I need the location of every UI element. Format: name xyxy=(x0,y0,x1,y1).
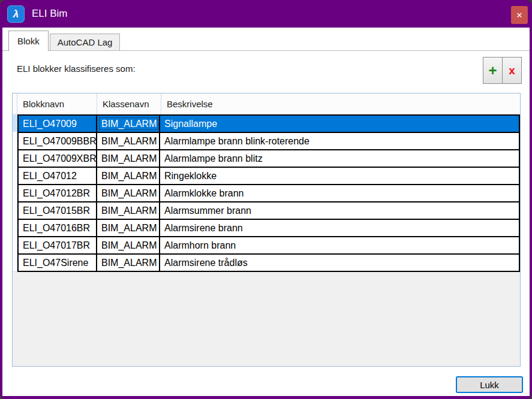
row-selector[interactable] xyxy=(13,253,17,272)
cell-blokknavn[interactable]: ELI_O47012BR xyxy=(19,185,97,201)
row-cells: ELI_O47012BIM_ALARMRingeklokke xyxy=(17,167,520,185)
cell-klassenavn[interactable]: BIM_ALARM xyxy=(97,150,160,167)
cell-blokknavn[interactable]: ELI_O47009BBR xyxy=(19,133,97,149)
row-cells: ELI_O47009BIM_ALARMSignallampe xyxy=(17,114,520,133)
row-cells: ELI_O47016BRBIM_ALARMAlarmsirene brann xyxy=(17,219,520,237)
window-close-button[interactable]: ✕ xyxy=(511,6,528,24)
delete-row-button[interactable]: x xyxy=(502,57,522,84)
cell-klassenavn[interactable]: BIM_ALARM xyxy=(97,185,160,201)
cell-blokknavn[interactable]: ELI_O47017BR xyxy=(19,237,97,253)
row-cells: ELI_O47017BRBIM_ALARMAlarmhorn brann xyxy=(17,236,520,255)
row-selector[interactable] xyxy=(13,219,17,237)
classification-caption: ELI blokker klassifiseres som: xyxy=(17,64,136,74)
row-cells: ELI_O47009XBRBIM_ALARMAlarmlampe brann b… xyxy=(17,149,520,168)
row-selector[interactable] xyxy=(13,149,17,168)
row-selector[interactable] xyxy=(13,201,17,220)
table-row[interactable]: ELI_O47009BBRBIM_ALARMAlarmlampe brann b… xyxy=(13,132,520,150)
cell-blokknavn[interactable]: ELI_O47015BR xyxy=(19,202,97,219)
column-header-klassenavn[interactable]: Klassenavn xyxy=(97,93,161,114)
add-row-button[interactable]: + xyxy=(483,57,503,84)
cell-beskrivelse[interactable]: Alarmklokke brann xyxy=(160,185,519,201)
table-row[interactable]: ELI_O47012BRBIM_ALARMAlarmklokke brann xyxy=(13,184,520,202)
row-selector[interactable] xyxy=(13,132,17,150)
row-selector[interactable] xyxy=(13,167,17,185)
row-cells: ELI_O47015BRBIM_ALARMAlarmsummer brann xyxy=(17,201,520,220)
tab-autocad-lag[interactable]: AutoCAD Lag xyxy=(50,34,121,50)
cell-beskrivelse[interactable]: Ringeklokke xyxy=(160,168,519,184)
classification-table: Blokknavn Klassenavn Beskrivelse ELI_O47… xyxy=(12,93,521,367)
table-body: ELI_O47009BIM_ALARMSignallampeELI_O47009… xyxy=(13,114,520,272)
table-row[interactable]: ELI_O47009BIM_ALARMSignallampe xyxy=(13,114,520,133)
window-title: ELI Bim xyxy=(32,8,68,20)
row-selector[interactable] xyxy=(13,184,17,202)
cell-blokknavn[interactable]: ELI_O47009 xyxy=(19,116,97,132)
header-corner xyxy=(13,93,17,114)
dialog-window: λ ELI Bim ✕ Blokk AutoCAD Lag ELI blokke… xyxy=(0,0,532,399)
row-cells: ELI_O47012BRBIM_ALARMAlarmklokke brann xyxy=(17,184,520,202)
dialog-body: Blokk AutoCAD Lag ELI blokker klassifise… xyxy=(2,28,530,396)
column-header-blokknavn[interactable]: Blokknavn xyxy=(17,93,97,114)
lukk-button[interactable]: Lukk xyxy=(456,376,523,393)
cell-blokknavn[interactable]: ELI_O47009XBR xyxy=(19,150,97,167)
cell-klassenavn[interactable]: BIM_ALARM xyxy=(97,255,160,271)
table-header-row: Blokknavn Klassenavn Beskrivelse xyxy=(13,93,520,114)
cell-blokknavn[interactable]: ELI_O47Sirene xyxy=(19,255,97,271)
bricscad-logo-icon: λ xyxy=(7,5,25,23)
title-bar: λ ELI Bim ✕ xyxy=(0,0,532,28)
cell-beskrivelse[interactable]: Alarmsirene brann xyxy=(160,220,519,236)
tab-blokk[interactable]: Blokk xyxy=(8,31,49,51)
table-row[interactable]: ELI_O47016BRBIM_ALARMAlarmsirene brann xyxy=(13,219,520,237)
table-row[interactable]: ELI_O47009XBRBIM_ALARMAlarmlampe brann b… xyxy=(13,149,520,168)
tab-strip: Blokk AutoCAD Lag xyxy=(2,31,530,51)
cell-klassenavn[interactable]: BIM_ALARM xyxy=(97,168,160,184)
table-row[interactable]: ELI_O47SireneBIM_ALARMAlarmsirene trådlø… xyxy=(13,253,520,272)
table-row[interactable]: ELI_O47012BIM_ALARMRingeklokke xyxy=(13,167,520,185)
close-icon: ✕ xyxy=(516,11,523,20)
delete-x-icon: x xyxy=(509,65,515,76)
cell-beskrivelse[interactable]: Alarmsirene trådløs xyxy=(160,255,519,271)
cell-klassenavn[interactable]: BIM_ALARM xyxy=(97,220,160,236)
table-row[interactable]: ELI_O47015BRBIM_ALARMAlarmsummer brann xyxy=(13,201,520,220)
cell-blokknavn[interactable]: ELI_O47012 xyxy=(19,168,97,184)
row-cells: ELI_O47SireneBIM_ALARMAlarmsirene trådlø… xyxy=(17,253,520,272)
row-cells: ELI_O47009BBRBIM_ALARMAlarmlampe brann b… xyxy=(17,132,520,150)
cell-klassenavn[interactable]: BIM_ALARM xyxy=(97,116,160,132)
table-row[interactable]: ELI_O47017BRBIM_ALARMAlarmhorn brann xyxy=(13,236,520,255)
plus-icon: + xyxy=(488,64,497,78)
cell-klassenavn[interactable]: BIM_ALARM xyxy=(97,237,160,253)
toolbar-buttons: + x xyxy=(483,57,522,84)
cell-blokknavn[interactable]: ELI_O47016BR xyxy=(19,220,97,236)
row-selector[interactable] xyxy=(13,114,17,133)
cell-beskrivelse[interactable]: Alarmsummer brann xyxy=(160,202,519,219)
cell-beskrivelse[interactable]: Alarmhorn brann xyxy=(160,237,519,253)
column-header-beskrivelse[interactable]: Beskrivelse xyxy=(161,93,520,114)
row-selector[interactable] xyxy=(13,236,17,255)
cell-klassenavn[interactable]: BIM_ALARM xyxy=(97,202,160,219)
cell-beskrivelse[interactable]: Signallampe xyxy=(160,116,519,132)
cell-beskrivelse[interactable]: Alarmlampe brann blink-roterende xyxy=(160,133,519,149)
cell-klassenavn[interactable]: BIM_ALARM xyxy=(97,133,160,149)
cell-beskrivelse[interactable]: Alarmlampe brann blitz xyxy=(160,150,519,167)
